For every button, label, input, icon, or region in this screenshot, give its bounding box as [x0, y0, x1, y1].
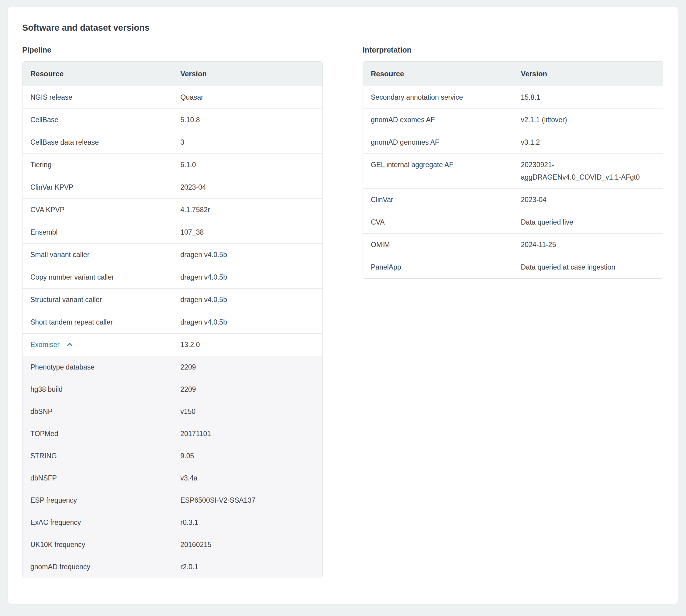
resource-label: CVA: [371, 218, 385, 226]
resource-label: dbNSFP: [30, 474, 57, 482]
resource-label: PanelApp: [371, 263, 401, 271]
table-row: gnomAD genomes AF v3.1.2: [363, 131, 663, 153]
versions-card: Software and dataset versions Pipeline R…: [8, 7, 678, 604]
resource-label: OMIM: [371, 241, 390, 248]
version-value: dragen v4.0.5b: [180, 271, 302, 284]
table-row: TOPMed 20171101: [22, 423, 323, 445]
resource-label: CellBase: [30, 116, 58, 124]
table-row: NGIS release Quasar: [22, 86, 323, 109]
column-header-version: Version: [173, 62, 323, 86]
resource-label: gnomAD exomes AF: [371, 116, 435, 124]
pipeline-section: Pipeline Resource Version: [22, 33, 323, 578]
version-value: v3.4a: [180, 472, 302, 484]
resource-label: ExAC frequency: [30, 519, 81, 526]
table-row: CVA Data queried live: [363, 211, 663, 234]
column-header-version: Version: [513, 62, 663, 86]
resource-label: ClinVar KPVP: [30, 183, 73, 191]
resource-label: hg38 build: [30, 386, 63, 393]
table-row: Tiering 6.1.0: [22, 153, 323, 176]
resource-label: Tiering: [30, 161, 51, 169]
column-header-resource: Resource: [22, 62, 173, 86]
table-row: ExAC frequency r0.3.1: [22, 511, 323, 534]
version-value: dragen v4.0.5b: [180, 248, 302, 261]
table-row: OMIM 2024-11-25: [363, 234, 663, 256]
version-value: 13.2.0: [180, 338, 302, 351]
resource-label: Structural variant caller: [30, 296, 102, 304]
version-value: 4.1.7582r: [180, 204, 302, 216]
table-row: Small variant caller dragen v4.0.5b: [22, 243, 323, 266]
table-row: gnomAD frequency r2.0.1: [22, 556, 323, 578]
version-value: 5.10.8: [180, 114, 302, 126]
interpretation-table: Resource Version Secondary annotation se…: [362, 61, 663, 279]
version-value: 6.1.0: [180, 159, 302, 171]
version-value: 2023-04: [180, 181, 302, 194]
resource-label: ClinVar: [371, 196, 393, 204]
page: { "page": { "title": "Software and datas…: [0, 0, 686, 616]
version-value: v2.1.1 (liftover): [521, 114, 643, 126]
version-value: v150: [180, 405, 302, 418]
columns-container: Pipeline Resource Version: [22, 33, 664, 578]
resource-label: dbSNP: [30, 408, 52, 415]
table-row: CVA KPVP 4.1.7582r: [22, 198, 323, 221]
table-row: STRING 9.05: [22, 445, 323, 467]
resource-label: Copy number variant caller: [30, 273, 114, 281]
resource-label: GEL internal aggregate AF: [371, 161, 453, 169]
table-row: CellBase 5.10.8: [22, 109, 323, 131]
table-row: Exomiser 13.2.0: [22, 333, 323, 356]
version-value: Quasar: [180, 91, 302, 104]
table-row: CellBase data release 3: [22, 131, 323, 153]
table-row: Copy number variant caller dragen v4.0.5…: [22, 266, 323, 288]
chevron-up-icon[interactable]: [66, 340, 74, 349]
version-value: Data queried live: [521, 216, 643, 228]
resource-label: Secondary annotation service: [371, 93, 463, 101]
version-value: r0.3.1: [180, 516, 302, 529]
table-header-row: Resource Version: [22, 62, 323, 86]
version-value: dragen v4.0.5b: [180, 316, 302, 329]
table-row: ESP frequency ESP6500SI-V2-SSA137: [22, 489, 323, 511]
version-value: dragen v4.0.5b: [180, 293, 302, 306]
table-row: dbNSFP v3.4a: [22, 467, 323, 489]
version-value: 20171101: [180, 427, 302, 440]
version-value: Data queried at case ingestion: [521, 261, 643, 273]
resource-label: ESP frequency: [30, 496, 77, 504]
table-row: UK10K frequency 20160215: [22, 534, 323, 556]
resource-label: gnomAD frequency: [30, 563, 90, 571]
resource-label: Ensembl: [30, 228, 58, 236]
table-header-row: Resource Version: [363, 62, 663, 86]
resource-label: CVA KPVP: [30, 206, 64, 214]
resource-label: NGIS release: [30, 93, 72, 101]
resource-label: Short tandem repeat caller: [30, 318, 113, 326]
version-value: ESP6500SI-V2-SSA137: [180, 494, 302, 507]
table-row: Secondary annotation service 15.8.1: [363, 86, 663, 109]
version-value: r2.0.1: [180, 561, 302, 573]
resource-label: gnomAD genomes AF: [371, 138, 439, 146]
resource-label[interactable]: Exomiser: [30, 341, 60, 349]
version-value: v3.1.2: [521, 136, 643, 149]
resource-label: Phenotype database: [30, 363, 94, 371]
version-value: 2209: [180, 361, 302, 373]
version-value: 2024-11-25: [521, 239, 643, 251]
table-row: dbSNP v150: [22, 400, 323, 423]
table-row: ClinVar 2023-04: [363, 189, 663, 211]
column-header-resource: Resource: [363, 62, 513, 86]
version-value: 3: [180, 136, 302, 149]
resource-label: Small variant caller: [30, 251, 89, 259]
interpretation-heading: Interpretation: [362, 45, 663, 55]
table-row: hg38 build 2209: [22, 378, 323, 400]
version-value: 107_38: [180, 226, 302, 239]
pipeline-table: Resource Version NGIS release: [22, 61, 323, 578]
version-value: 20230921-aggDRAGENv4.0_COVID_v1.1-AFgt0: [521, 159, 643, 183]
pipeline-heading: Pipeline: [22, 45, 323, 55]
version-value: 9.05: [180, 450, 302, 462]
interpretation-section: Interpretation Resource Version: [362, 33, 663, 279]
version-value: 2209: [180, 383, 302, 396]
table-row: GEL internal aggregate AF 20230921-aggDR…: [363, 153, 663, 189]
page-title: Software and dataset versions: [22, 22, 664, 33]
table-row: Structural variant caller dragen v4.0.5b: [22, 288, 323, 311]
table-row: Ensembl 107_38: [22, 221, 323, 243]
version-value: 20160215: [180, 538, 302, 551]
version-value: 15.8.1: [521, 91, 643, 104]
version-value: 2023-04: [521, 194, 643, 206]
table-row: Phenotype database 2209: [22, 356, 323, 378]
resource-label: TOPMed: [30, 430, 58, 438]
